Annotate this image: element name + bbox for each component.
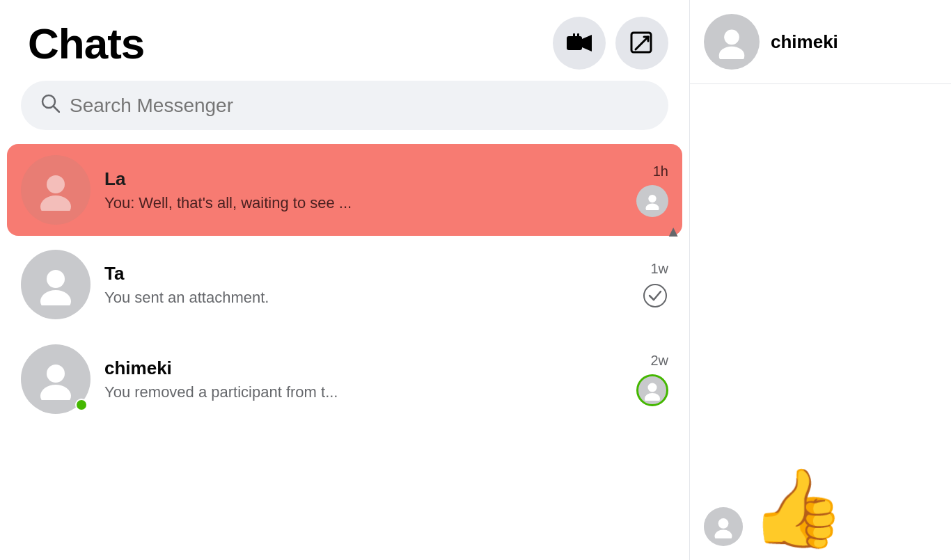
avatar-person-icon-ta [35,264,77,305]
chat-list: La You: Well, that's all, waiting to see… [0,144,689,560]
right-header: chimeki [690,0,951,84]
svg-marker-1 [582,35,592,51]
svg-point-12 [648,194,656,202]
svg-point-24 [715,530,732,538]
read-receipt-avatar-la [636,185,668,217]
svg-line-5 [636,37,648,49]
avatar-chimeki [21,344,91,414]
online-indicator-chimeki [75,399,88,411]
read-receipt-check-ta [642,282,668,309]
chat-time-chimeki: 2w [650,353,668,369]
svg-point-14 [47,270,65,288]
thumbs-up-message: 👍 [750,470,845,546]
new-video-call-button[interactable] [553,17,606,70]
right-avatar [704,14,760,70]
left-panel: Chats [0,0,689,560]
search-bar [21,81,668,130]
chat-meta-chimeki: 2w [613,353,668,406]
chats-header: Chats [0,0,689,81]
chat-time-la: 1h [653,163,668,179]
svg-point-10 [47,175,65,193]
msg-sender-person-icon [712,515,735,538]
avatar-ta [21,250,91,319]
right-avatar-person-icon [714,24,749,59]
compose-button[interactable] [615,17,668,70]
chat-time-ta: 1w [650,261,668,277]
search-bar-wrap [0,81,689,144]
right-panel: chimeki 👍 [689,0,951,560]
scroll-up-arrow-icon: ▲ [666,223,681,240]
chat-preview-ta: You sent an attachment. [104,289,606,307]
svg-point-20 [645,393,660,401]
svg-point-11 [40,195,71,211]
read-receipt-person-icon-chimeki [642,380,663,401]
svg-point-18 [40,385,71,400]
avatar-la [21,155,91,225]
search-icon [40,93,60,118]
chat-info-ta: Ta You sent an attachment. [104,263,606,307]
chat-meta-la: 1h [613,163,668,217]
chat-name-chimeki: chimeki [104,358,606,379]
check-circle-icon [643,283,668,308]
avatar-person-icon-chimeki [35,358,77,400]
search-input[interactable] [70,95,649,117]
read-receipt-avatar-chimeki [636,374,668,406]
chat-info-la: La You: Well, that's all, waiting to see… [104,168,606,212]
chat-meta-ta: 1w [613,261,668,309]
chats-title: Chats [28,19,144,68]
svg-point-15 [40,290,71,305]
compose-icon [630,31,654,55]
chat-item-ta[interactable]: Ta You sent an attachment. 1w [7,239,682,330]
avatar-person-icon [35,169,77,211]
chat-preview-la: You: Well, that's all, waiting to see ..… [104,194,606,212]
msg-avatar-sender [704,507,743,546]
message-row-thumbsup: 👍 [704,470,937,546]
svg-rect-0 [567,36,582,50]
message-area: 👍 [690,84,951,560]
svg-point-23 [718,518,729,529]
chat-item-chimeki[interactable]: chimeki You removed a participant from t… [7,333,682,425]
read-receipt-person-icon [643,192,661,210]
svg-point-16 [644,285,666,307]
chat-name-la: La [104,168,606,190]
svg-point-19 [648,383,657,392]
header-icons [553,17,668,70]
chat-preview-chimeki: You removed a participant from t... [104,383,606,401]
svg-rect-3 [577,33,579,38]
svg-rect-2 [573,33,575,38]
video-camera-icon [567,33,592,53]
svg-point-13 [645,203,659,210]
svg-point-21 [724,30,739,45]
chat-item-la[interactable]: La You: Well, that's all, waiting to see… [7,144,682,236]
right-contact-name: chimeki [771,31,838,53]
svg-point-22 [719,47,745,59]
thumbs-up-emoji: 👍 [750,470,845,546]
svg-point-17 [47,365,65,383]
svg-line-9 [54,106,59,112]
chat-info-chimeki: chimeki You removed a participant from t… [104,358,606,401]
scroll-up-indicator: ▲ [666,223,681,241]
chat-name-ta: Ta [104,263,606,285]
